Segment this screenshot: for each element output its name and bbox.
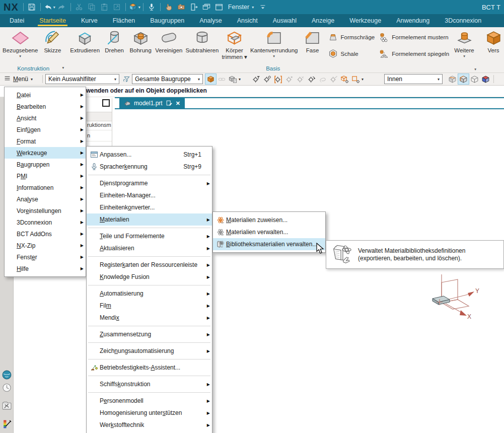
ribbon-collapse-button[interactable] <box>257 1 268 13</box>
menu-item-einheitenkonverter[interactable]: Einheitenkonverter... <box>87 201 212 213</box>
history-button[interactable] <box>2 382 12 393</box>
snap-point-button[interactable] <box>273 74 283 84</box>
chevron-down-icon[interactable]: ▾ <box>362 77 364 82</box>
tab-analyse[interactable]: Analyse <box>192 14 229 27</box>
tab-3dconnexion[interactable]: 3Dconnexion <box>437 14 489 27</box>
menu-item-materialien[interactable]: Materialien▶ <box>87 213 212 226</box>
menu-item-mendix[interactable]: Mendix▶ <box>87 312 212 324</box>
undo-button[interactable]: ▾ <box>43 1 55 13</box>
ribbon-formschrage-button[interactable]: Formschräge <box>328 32 375 42</box>
shaded-edges-button[interactable] <box>458 74 469 84</box>
snap-rotate-button[interactable] <box>306 74 317 84</box>
menu-item-zeichnungsautomatisierung[interactable]: Zeichnungsautomatisierung▶ <box>87 345 212 357</box>
menu-item-baugruppen[interactable]: Baugruppen▶ <box>5 159 86 170</box>
window-menu-button[interactable]: Fenster ▾ <box>226 1 256 13</box>
menu-item-analyse[interactable]: Analyse▶ <box>5 193 86 205</box>
find-feature-button[interactable] <box>228 74 238 84</box>
tab-baugruppen[interactable]: Baugruppen <box>142 14 192 27</box>
ribbon-drehen-button[interactable]: Drehen <box>101 28 127 54</box>
menu-item-teile-und-formelemente[interactable]: Teile und Formelemente▶ <box>87 230 212 242</box>
tab-datei[interactable]: Datei <box>2 14 32 27</box>
tab-kurve[interactable]: Kurve <box>74 14 105 27</box>
snap-square-button[interactable] <box>350 74 361 84</box>
system-tools-button[interactable] <box>2 400 12 411</box>
menu-item-pmi[interactable]: PMI▶ <box>5 170 86 182</box>
menu-item-werkstofftechnik[interactable]: Werkstofftechnik▶ <box>87 419 212 431</box>
menu-item-zusammensetzung[interactable]: Zusammensetzung▶ <box>87 328 212 340</box>
menu-item-werkzeuge[interactable]: Werkzeuge▶ <box>5 147 86 159</box>
ribbon-extrudieren-button[interactable]: Extrudieren <box>68 28 101 54</box>
dialog-launcher-icon[interactable]: ▾ <box>474 67 476 71</box>
ribbon-formelement-mustern-button[interactable]: Formelement mustern <box>379 32 449 42</box>
ribbon-bohrung-button[interactable]: Bohrung <box>127 28 154 54</box>
menu-item-format[interactable]: Format▶ <box>5 135 86 147</box>
menu-item-nx-zip[interactable]: NX-Zip▶ <box>5 240 86 251</box>
menu-item-dienstprogramme[interactable]: Dienstprogramme▶ <box>87 177 212 189</box>
ribbon-schale-button[interactable]: Schale <box>328 48 375 59</box>
menu-item-informationen[interactable]: Informationen▶ <box>5 182 86 193</box>
ribbon-bezugsebene-button[interactable]: Bezugsebene▾ <box>1 28 39 58</box>
snap-filter-button[interactable] <box>251 74 261 84</box>
menu-item-ansicht[interactable]: Ansicht▶ <box>5 112 86 124</box>
menu-item-personenmodell[interactable]: Personenmodell▶ <box>87 395 212 407</box>
menu-item-materialien-verwalten[interactable]: Materialien verwalten... <box>213 226 325 238</box>
touch-mode-button[interactable] <box>163 1 175 13</box>
menu-item-bibliotheksmaterialien-verwalten[interactable]: Bibliotheksmaterialien verwalten... <box>213 238 325 250</box>
close-tab-icon[interactable]: ✕ <box>176 100 180 107</box>
menu-item-homogenisierung-unterstutzen[interactable]: Homogenisierung unterstützen▶ <box>87 407 212 419</box>
menu-item-hilfe[interactable]: Hilfe▶ <box>5 263 86 274</box>
snap-cube-button[interactable] <box>339 74 350 84</box>
reset-filter-button[interactable] <box>121 74 132 84</box>
detach-tab-icon[interactable] <box>166 100 173 107</box>
ribbon-vers-button[interactable]: Vers <box>480 28 504 54</box>
face-analysis-button[interactable] <box>480 74 491 84</box>
menu-button[interactable]: Menü▾ <box>2 74 35 84</box>
new-window-button[interactable] <box>213 1 225 13</box>
ribbon-vereinigen-button[interactable]: Vereinigen <box>154 28 184 54</box>
menu-item-einheiten-manager[interactable]: Einheiten-Manager... <box>87 189 212 201</box>
ribbon-kantenverrundung-button[interactable]: Kantenverrundung▾ <box>249 28 300 58</box>
menu-item-film[interactable]: Film▶ <box>87 300 212 312</box>
select-scope-button[interactable] <box>205 74 216 84</box>
ribbon-weitere-button[interactable]: Weitere▾ <box>451 28 477 58</box>
microphone-button[interactable] <box>146 1 158 13</box>
part-tab[interactable]: model1.prt ✕ <box>119 98 185 108</box>
selection-scope-combo[interactable]: Gesamte Baugruppe▾ <box>132 74 203 84</box>
menu-item-voreinstellungen[interactable]: Voreinstellungen▶ <box>5 205 86 216</box>
snap-settings-button[interactable] <box>262 74 272 84</box>
menu-item-schiffskonstruktion[interactable]: Schiffskonstruktion▶ <box>87 378 212 390</box>
ribbon-skizze-button[interactable]: Skizze <box>39 28 65 54</box>
menu-item-automatisierung[interactable]: Automatisierung▶ <box>87 287 212 300</box>
static-wireframe-button[interactable] <box>469 74 480 84</box>
menu-item-bearbeiten[interactable]: Bearbeiten▶ <box>5 101 86 112</box>
datum-csys-graphic[interactable] <box>425 273 504 333</box>
tab-startseite[interactable]: Startseite <box>32 14 74 27</box>
navigator-row[interactable]: ruktionsm <box>87 122 111 128</box>
restore-window-button[interactable] <box>102 99 110 107</box>
tab-anzeige[interactable]: Anzeige <box>304 14 342 27</box>
view-orient-button[interactable]: ▾ <box>128 1 140 13</box>
tab-werkzeuge[interactable]: Werkzeuge <box>342 14 389 27</box>
menu-item-einfugen[interactable]: Einfügen▶ <box>5 124 86 135</box>
screen-capture-button[interactable] <box>176 1 187 13</box>
menu-item-materialien-zuweisen[interactable]: Materialien zuweisen... <box>213 214 325 226</box>
tab-flachen[interactable]: Flächen <box>105 14 142 27</box>
menu-item-registerkarten-der-ressourcenleiste[interactable]: Registerkarten der Ressourcenleiste▶ <box>87 259 212 271</box>
highlight-mode-combo[interactable]: Innen▾ <box>384 74 443 84</box>
menu-item-datei[interactable]: Datei▶ <box>5 89 86 101</box>
ribbon-korper-trimmen-button[interactable]: Körpertrimmen ▾ <box>220 28 249 60</box>
chevron-down-icon[interactable]: ▾ <box>239 77 241 82</box>
navigator-row[interactable]: n <box>87 132 90 138</box>
save-button[interactable] <box>26 1 38 13</box>
material-palette-button[interactable] <box>2 419 12 429</box>
menu-item-fenster[interactable]: Fenster▶ <box>5 251 86 263</box>
shaded-button[interactable] <box>447 74 458 84</box>
ribbon-subtrahieren-button[interactable]: Subtrahieren <box>184 28 221 54</box>
chevron-down-icon[interactable]: ▾ <box>62 65 64 70</box>
cascade-windows-button[interactable] <box>201 1 212 13</box>
tab-ansicht[interactable]: Ansicht <box>230 14 265 27</box>
window-switch-button[interactable] <box>188 1 200 13</box>
roles-button[interactable] <box>2 370 12 380</box>
ribbon-fase-button[interactable]: Fase <box>300 28 326 54</box>
menu-item-anpassen[interactable]: Anpassen...Strg+1 <box>87 149 212 161</box>
